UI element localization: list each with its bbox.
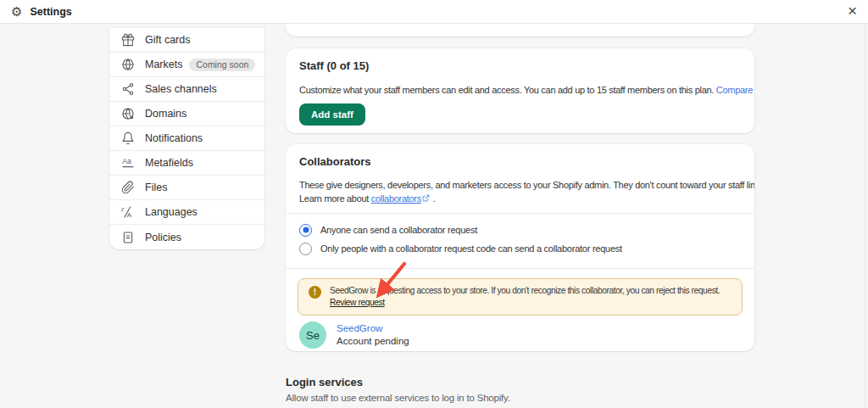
sidebar-item-languages[interactable]: zA Languages [109,200,264,225]
radio-selected-icon[interactable] [299,224,312,237]
collaborators-description-suffix: . [431,193,436,204]
sidebar-item-domains[interactable]: Domains [109,102,264,126]
scrollbar-track[interactable] [865,24,865,408]
collaborator-request-banner: ! SeedGrow is requesting access to your … [298,278,743,316]
login-services-section: Login services Allow staff to use extern… [286,376,754,403]
sidebar-item-label: Notifications [145,132,203,144]
collaborator-name-link[interactable]: SeedGrow [337,322,409,335]
collaborator-request-options: Anyone can send a collaborator request O… [286,214,754,255]
sidebar-item-notifications[interactable]: Notifications [109,126,264,151]
coming-soon-badge: Coming soon [189,59,255,71]
login-services-description: Allow staff to use external services to … [286,393,754,403]
sidebar-item-label: Sales channels [145,83,217,95]
collaborator-request-row: Se SeedGrow Account pending [299,321,741,349]
sidebar-item-markets[interactable]: Markets Coming soon [109,53,264,77]
metafields-icon: Aa [121,156,135,170]
sidebar-item-label: Files [145,182,167,193]
sidebar-item-label: Policies [145,232,181,243]
previous-card-bottom [286,24,754,36]
radio-option-label: Only people with a collaborator request … [320,243,622,254]
channels-icon [121,82,135,96]
banner-text: SeedGrow is requesting access to your st… [330,285,720,309]
sidebar-item-files[interactable]: Files [109,176,264,200]
gear-icon: ⚙ [11,5,22,18]
warning-icon: ! [309,286,321,299]
divider [286,268,754,269]
paperclip-icon [121,181,135,194]
collaborators-description-line1: These give designers, developers, and ma… [299,180,754,190]
globe-icon [121,58,135,71]
radio-option-anyone[interactable]: Anyone can send a collaborator request [299,223,741,237]
external-link-icon [422,194,430,202]
domains-globe-icon [121,107,135,120]
gift-icon [121,33,135,47]
radio-unselected-icon[interactable] [299,243,312,255]
sidebar-item-gift-cards[interactable]: Gift cards [109,28,264,53]
staff-card: Staff (0 of 15) Customize what your staf… [286,48,754,133]
avatar: Se [299,321,326,349]
page-title: Settings [30,6,71,18]
settings-sidebar: Gift cards Markets Coming soon Sales cha… [109,28,264,249]
sidebar-item-label: Metafields [145,157,193,169]
radio-option-request-code[interactable]: Only people with a collaborator request … [299,242,741,255]
banner-message: SeedGrow is requesting access to your st… [330,286,720,295]
staff-title: Staff (0 of 15) [299,59,741,73]
sidebar-item-label: Gift cards [145,34,191,46]
translate-icon: zA [121,205,135,219]
radio-option-label: Anyone can send a collaborator request [320,225,477,235]
svg-text:Aa: Aa [122,157,131,165]
staff-description: Customize what your staff members can ed… [299,84,741,96]
settings-topbar: ⚙ Settings × [0,0,868,24]
svg-text:z: z [121,206,124,212]
sidebar-item-sales-channels[interactable]: Sales channels [109,77,264,102]
collaborators-card: Collaborators These give designers, deve… [286,144,754,351]
add-staff-button[interactable]: Add staff [299,103,365,126]
sidebar-item-label: Domains [145,108,186,120]
staff-description-text: Customize what your staff members can ed… [299,85,714,95]
collaborator-status: Account pending [337,335,409,348]
sidebar-item-policies[interactable]: Policies [109,225,264,249]
sidebar-item-label: Languages [145,206,198,218]
close-icon[interactable]: × [848,3,857,19]
sidebar-item-metafields[interactable]: Aa Metafields [109,151,264,176]
collaborators-title: Collaborators [286,155,754,169]
review-request-link[interactable]: Review request [330,298,385,307]
login-services-title: Login services [286,376,754,388]
collaborators-description-line2: Learn more about [299,193,371,204]
sidebar-item-label: Markets [145,59,182,70]
bell-icon [121,131,135,145]
collaborators-description: These give designers, developers, and ma… [286,178,754,205]
compare-plans-link[interactable]: Compare plans. [716,85,754,95]
document-icon [121,231,135,244]
collaborators-link[interactable]: collaborators [371,193,421,204]
